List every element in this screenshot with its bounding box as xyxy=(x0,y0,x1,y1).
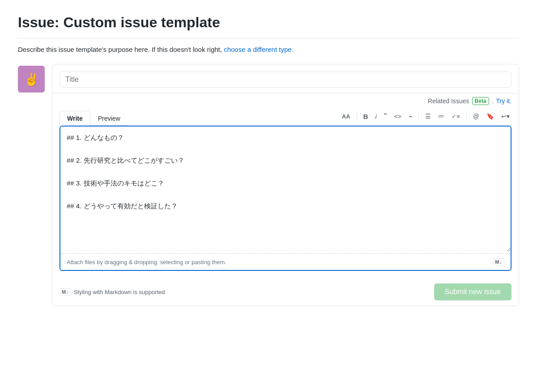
bullet-list-icon[interactable]: ☰ xyxy=(423,112,433,121)
form-panel: Related Issues Beta . Try it. Write Prev… xyxy=(52,64,519,306)
related-issues-bar: Related Issues Beta . Try it. xyxy=(52,93,519,107)
beta-badge: Beta xyxy=(472,97,489,105)
choose-type-link[interactable]: choose a different type. xyxy=(224,46,294,53)
italic-icon[interactable]: i xyxy=(374,112,379,121)
task-list-icon[interactable]: ✓≡ xyxy=(450,112,462,121)
editor-textarea[interactable]: ## 1. どんなもの？ ## 2. 先行研究と比べてどこがすごい？ ## 3.… xyxy=(60,126,511,252)
attach-text: Attach files by dragging & dropping, sel… xyxy=(67,259,226,266)
attach-bar: Attach files by dragging & dropping, sel… xyxy=(60,253,511,270)
link-icon[interactable]: ⌁ xyxy=(407,112,414,121)
page-title: Issue: Custom issue template xyxy=(18,14,519,38)
tab-preview[interactable]: Preview xyxy=(90,111,128,126)
code-icon[interactable]: <> xyxy=(392,112,403,121)
tab-bar: Write Preview xyxy=(60,107,128,126)
toolbar: AA B i " <> ⌁ ☰ ≔ ✓≡ @ 🔖 ↩▾ xyxy=(128,108,511,125)
title-section xyxy=(52,64,519,93)
bold-icon[interactable]: B xyxy=(362,112,370,121)
try-it-link[interactable]: Try it. xyxy=(496,97,511,105)
title-input[interactable] xyxy=(60,72,511,88)
quote-icon[interactable]: " xyxy=(382,111,388,121)
issue-form-container: ✌️ Related Issues Beta . Try it. Write P… xyxy=(18,64,519,306)
mention-icon[interactable]: @ xyxy=(471,112,481,121)
markdown-note: M↓ Styling with Markdown is supported xyxy=(60,288,165,295)
bookmark-icon[interactable]: 🔖 xyxy=(485,112,496,121)
toolbar-separator-3 xyxy=(466,113,467,120)
related-issues-label: Related Issues xyxy=(428,97,469,105)
text-size-icon[interactable]: AA xyxy=(340,112,352,121)
avatar: ✌️ xyxy=(18,66,45,93)
numbered-list-icon[interactable]: ≔ xyxy=(436,112,446,121)
footer-md-icon: M↓ xyxy=(60,288,71,295)
toolbar-separator-2 xyxy=(418,113,419,120)
tab-toolbar-row: Write Preview AA B i " <> ⌁ ☰ ≔ ✓≡ @ xyxy=(60,107,511,126)
form-footer: M↓ Styling with Markdown is supported Su… xyxy=(52,278,519,306)
page-description: Describe this issue template's purpose h… xyxy=(18,46,519,53)
attach-md-icon: M↓ xyxy=(493,258,504,266)
undo-icon[interactable]: ↩▾ xyxy=(499,112,511,121)
submit-button[interactable]: Submit new issue xyxy=(434,283,511,300)
toolbar-separator-1 xyxy=(357,113,357,120)
editor-section: Write Preview AA B i " <> ⌁ ☰ ≔ ✓≡ @ xyxy=(52,107,519,278)
markdown-note-text: Styling with Markdown is supported xyxy=(74,289,165,295)
editor-box: ## 1. どんなもの？ ## 2. 先行研究と比べてどこがすごい？ ## 3.… xyxy=(60,126,511,271)
tab-write[interactable]: Write xyxy=(60,111,90,126)
